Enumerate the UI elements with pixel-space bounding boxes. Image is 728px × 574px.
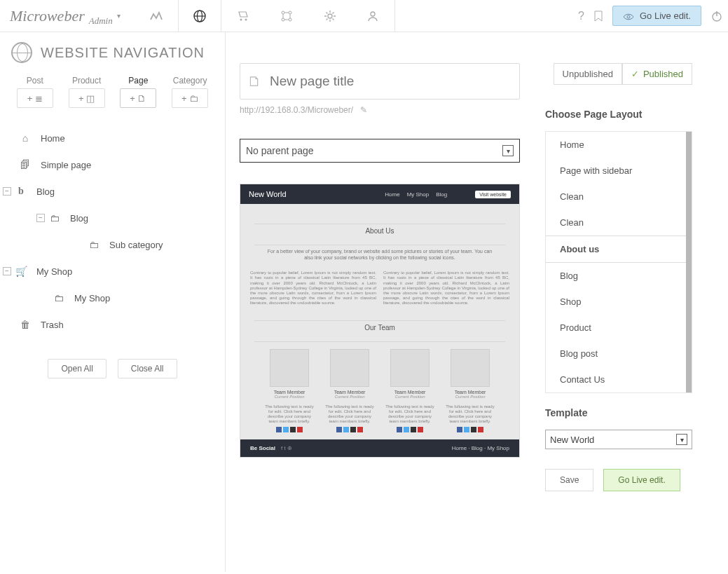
open-all-button[interactable]: Open All [48, 359, 106, 378]
blog-icon: b [15, 186, 27, 197]
tree-home[interactable]: ⌂Home [20, 125, 225, 151]
layout-home[interactable]: Home [546, 132, 692, 158]
chevron-down-icon: ▾ [502, 145, 514, 156]
home-icon: ⌂ [20, 132, 31, 144]
nav-settings[interactable] [308, 0, 352, 32]
template-select[interactable]: New World ▾ [545, 430, 692, 449]
tree-subcategory[interactable]: 🗀Sub category [20, 231, 225, 258]
new-category-button[interactable]: + 🗀 [172, 88, 208, 108]
svg-point-11 [627, 15, 630, 18]
nav-users[interactable] [352, 0, 395, 32]
folder-icon: 🗀 [49, 212, 60, 224]
help-icon[interactable]: ? [578, 10, 584, 22]
brand-caret-icon[interactable]: ▾ [117, 12, 121, 20]
power-icon[interactable] [711, 10, 722, 22]
page-preview: New World HomeMy ShopBlog Visit website … [240, 184, 520, 458]
nav-modules[interactable] [265, 0, 308, 32]
new-product-button[interactable]: + ◫ [69, 88, 105, 108]
tree-myshop[interactable]: −🛒My Shop [20, 258, 225, 285]
cart-icon: 🛒 [15, 266, 27, 277]
check-icon: ✓ [631, 69, 639, 79]
choose-layout-label: Choose Page Layout [545, 109, 692, 120]
collapse-icon[interactable]: − [3, 267, 11, 275]
layout-list: Home Page with sidebar Clean Clean About… [545, 131, 692, 393]
save-button[interactable]: Save [545, 469, 593, 491]
layout-about-us[interactable]: About us [545, 235, 692, 263]
preview-h2: Our Team [250, 324, 509, 332]
globe-icon [11, 42, 32, 63]
page-url: http://192.168.0.3/Microweber/ [240, 105, 353, 115]
topnav [135, 0, 395, 32]
preview-h1: About Us [250, 227, 509, 235]
chevron-down-icon: ▾ [676, 434, 687, 445]
nav-website[interactable] [178, 0, 221, 32]
parent-page-select[interactable]: No parent page ▾ [240, 139, 520, 163]
tab-product-label: Product [72, 76, 101, 86]
new-page-button[interactable]: + 🗋 [120, 88, 156, 108]
preview-brand: New World [249, 190, 287, 198]
collapse-icon[interactable]: − [3, 187, 11, 196]
bookmark-icon[interactable] [594, 10, 603, 22]
template-label: Template [545, 407, 692, 418]
svg-point-7 [282, 18, 284, 21]
tree-blog-child[interactable]: −🗀Blog [20, 205, 225, 231]
svg-point-5 [282, 11, 284, 14]
nav-shop[interactable] [221, 0, 265, 32]
layout-blog-post[interactable]: Blog post [546, 341, 692, 367]
svg-point-6 [289, 11, 291, 14]
layout-clean2[interactable]: Clean [546, 210, 692, 235]
svg-point-9 [328, 14, 332, 18]
tree-simple-page[interactable]: 🗐Simple page [20, 151, 225, 178]
brand-sub: Admin [89, 15, 113, 27]
template-value: New World [550, 435, 594, 445]
folder-icon: 🗀 [53, 292, 64, 303]
nav-dashboard[interactable] [135, 0, 178, 32]
layout-contact[interactable]: Contact Us [546, 367, 692, 392]
topbar: Microweber Admin ▾ ? Go Live edit. [0, 0, 728, 32]
unpublished-button[interactable]: Unpublished [554, 63, 622, 85]
tree-myshop-child[interactable]: 🗀My Shop [20, 285, 225, 311]
eye-icon [623, 11, 634, 21]
collapse-icon[interactable]: − [36, 214, 45, 222]
layout-clean[interactable]: Clean [546, 184, 692, 210]
tree-trash[interactable]: 🗑Trash [20, 311, 225, 338]
published-button[interactable]: ✓Published [622, 63, 692, 85]
svg-point-10 [371, 12, 375, 16]
tree-blog[interactable]: −bBlog [20, 178, 225, 205]
svg-point-3 [240, 18, 242, 20]
layout-blog[interactable]: Blog [546, 263, 692, 289]
go-live-edit-button[interactable]: Go Live edit. [603, 469, 680, 491]
page-title-row: 🗋 [240, 63, 520, 100]
svg-point-4 [245, 18, 247, 20]
sidebar: WEBSITE NAVIGATION Post+ ≣ Product+ ◫ Pa… [0, 32, 226, 572]
layout-shop[interactable]: Shop [546, 289, 692, 315]
file-icon: 🗋 [247, 74, 261, 90]
brand[interactable]: Microweber [10, 7, 85, 25]
page-tree: ⌂Home 🗐Simple page −bBlog −🗀Blog 🗀Sub ca… [0, 125, 225, 338]
trash-icon: 🗑 [20, 319, 31, 330]
layout-product[interactable]: Product [546, 315, 692, 341]
page-title-input[interactable] [270, 74, 512, 89]
preview-visit: Visit website [475, 191, 511, 198]
sidebar-title: WEBSITE NAVIGATION [41, 45, 205, 61]
page-icon: 🗐 [20, 159, 31, 170]
parent-page-value: No parent page [246, 145, 314, 156]
close-all-button[interactable]: Close All [118, 359, 177, 378]
new-post-button[interactable]: + ≣ [17, 88, 53, 108]
layout-page-sidebar[interactable]: Page with sidebar [546, 158, 692, 184]
tab-category-label: Category [173, 76, 207, 86]
go-live-button[interactable]: Go Live edit. [612, 6, 701, 26]
tab-post-label: Post [27, 76, 43, 86]
scrollbar[interactable] [686, 132, 692, 392]
edit-url-icon[interactable]: ✎ [360, 105, 367, 115]
svg-point-8 [289, 18, 291, 21]
folder-icon: 🗀 [88, 239, 99, 250]
tab-page-label: Page [128, 76, 148, 86]
